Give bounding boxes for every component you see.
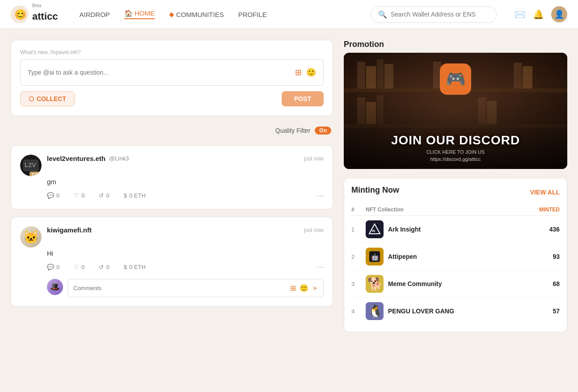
heart-icon-2: ♡	[74, 264, 79, 270]
nft-row-2[interactable]: 2 🤖 Attipepen 93	[351, 243, 560, 270]
commenter-avatar: 🎩	[47, 279, 63, 295]
view-all-button[interactable]: VIEW ALL	[530, 189, 560, 196]
home-icon: 🏠	[124, 9, 133, 17]
nft-minted-2: 93	[524, 253, 560, 260]
like-action-2[interactable]: ♡ 0	[74, 264, 84, 270]
nft-row-3[interactable]: 3 🐕 Meme Community 68	[351, 270, 560, 298]
nav-home[interactable]: 🏠 HOME	[124, 9, 155, 19]
comment-count-2: 0	[56, 264, 59, 270]
post-content-2: Hi	[47, 249, 324, 257]
nft-rank-3: 3	[351, 281, 366, 287]
promo-title-text: JOIN OUR DISCORD	[391, 133, 520, 148]
send-icon[interactable]: ➤	[312, 284, 318, 292]
quality-filter-bar: Quality Filter On	[11, 123, 333, 138]
comment-input[interactable]	[73, 285, 290, 291]
nft-rank-2: 2	[351, 253, 366, 260]
nft-thumb-atti: 🤖	[366, 248, 384, 266]
nft-name-4: PENGU LOVER GANG	[388, 308, 454, 315]
quality-filter-toggle[interactable]: On	[315, 126, 331, 135]
user-avatar[interactable]: 👤	[551, 6, 567, 22]
post-input-area[interactable]: ⊞ 🙂	[20, 59, 324, 86]
post-meta-2: kiwigamefi.nft just now	[47, 226, 324, 234]
repost-action-2[interactable]: ↺ 0	[99, 264, 109, 270]
nav-communities[interactable]: ◆ COMMUNITIES	[169, 10, 224, 18]
bell-icon[interactable]: 🔔	[533, 9, 544, 20]
author-name-2: kiwigamefi.nft	[47, 226, 92, 234]
promo-sub2: https://discord.gg/atticc	[391, 156, 520, 162]
user-avatar-image: 👤	[554, 9, 564, 19]
eth-action-1[interactable]: $ 0 ETH	[124, 192, 146, 199]
nft-rank-4: 4	[351, 308, 366, 315]
search-bar[interactable]: 🔍	[371, 6, 497, 23]
more-options-1[interactable]: ···	[317, 191, 324, 200]
comment-input-wrap[interactable]: ⊞ 🙂 ➤	[68, 279, 324, 297]
comment-area: 🎩 ⊞ 🙂 ➤	[47, 279, 324, 297]
repost-action-1[interactable]: ↺ 0	[99, 192, 109, 199]
promo-text: JOIN OUR DISCORD CLICK HERE TO JOIN US h…	[384, 126, 527, 169]
nft-table-header: # NFT Collection MINTED	[351, 204, 560, 216]
logo-icon: 😊	[11, 5, 29, 23]
feed-column: What's new, 0xpavel.eth? ⊞ 🙂 ⬡ COLLECT P…	[11, 40, 333, 332]
author-name-1: level2ventures.eth	[47, 155, 105, 162]
promo-sub1: CLICK HERE TO JOIN US	[391, 149, 520, 155]
col-minted: MINTED	[524, 207, 560, 213]
post-actions: ⬡ COLLECT POST	[20, 91, 324, 106]
col-hash: #	[351, 207, 366, 213]
nft-info-3: 🐕 Meme Community	[366, 275, 524, 293]
nft-info-4: 🐧 PENGU LOVER GANG	[366, 302, 524, 320]
comment-count-1: 0	[56, 192, 59, 199]
nft-row-1[interactable]: 1 IN Ark Insight 436	[351, 216, 560, 243]
post-actions-row-2: 💬 0 ♡ 0 ↺ 0 $ 0 ETH ···	[47, 262, 324, 272]
comment-action-1[interactable]: 💬 0	[47, 192, 59, 199]
post-time-2: just now	[304, 227, 324, 233]
main-layout: What's new, 0xpavel.eth? ⊞ 🙂 ⬡ COLLECT P…	[0, 29, 578, 343]
nav-airdrop[interactable]: AIRDROP	[79, 11, 110, 18]
app-name: atticc	[32, 12, 58, 21]
nft-minted-1: 436	[524, 226, 560, 233]
comment-action-2[interactable]: 💬 0	[47, 264, 59, 270]
nft-thumb-meme: 🐕	[366, 275, 384, 293]
repost-icon-2: ↺	[99, 264, 104, 270]
promotion-section: Promotion	[344, 40, 567, 169]
nft-name-1: Ark Insight	[388, 226, 421, 233]
emoji-icon[interactable]: 🙂	[306, 67, 316, 77]
search-icon: 🔍	[378, 10, 387, 19]
attach-icon[interactable]: ⊞	[295, 67, 302, 77]
comment-emoji-icon[interactable]: 🙂	[300, 284, 308, 292]
main-nav: AIRDROP 🏠 HOME ◆ COMMUNITIES PROFILE	[79, 9, 356, 19]
post-input[interactable]	[28, 69, 295, 76]
nft-minted-4: 57	[524, 308, 560, 315]
dollar-icon: $	[124, 192, 127, 199]
like-count-2: 0	[81, 264, 84, 270]
diamond-icon: ◆	[169, 10, 174, 18]
post-button[interactable]: POST	[282, 91, 324, 106]
eth-action-2[interactable]: $ 0 ETH	[124, 264, 146, 270]
repost-count-1: 0	[106, 192, 109, 199]
collect-icon: ⬡	[29, 95, 34, 102]
collect-button[interactable]: ⬡ COLLECT	[20, 91, 75, 106]
post-avatar-1: L2V 21b1	[20, 155, 42, 176]
quality-filter-label: Quality Filter	[275, 127, 311, 134]
comment-attach-icon[interactable]: ⊞	[290, 284, 296, 292]
nft-minted-3: 68	[524, 280, 560, 287]
more-options-2[interactable]: ···	[317, 262, 324, 272]
col-collection: NFT Collection	[366, 207, 524, 213]
like-action-1[interactable]: ♡ 0	[74, 192, 84, 199]
svg-text:🤖: 🤖	[371, 253, 379, 261]
discord-icon: 🎮	[446, 70, 466, 89]
logo-area[interactable]: 😊 Beta atticc	[11, 5, 58, 23]
eth-count-2: 0 ETH	[129, 264, 146, 270]
nav-profile[interactable]: PROFILE	[238, 11, 267, 18]
post-box: What's new, 0xpavel.eth? ⊞ 🙂 ⬡ COLLECT P…	[11, 40, 333, 116]
header-icons: ✉️ 🔔 👤	[515, 6, 567, 22]
nft-row-4[interactable]: 4 🐧 PENGU LOVER GANG 57	[351, 298, 560, 325]
search-input[interactable]	[391, 11, 489, 18]
post-avatar-2: 🐱	[20, 226, 42, 248]
nft-thumb-pengu: 🐧	[366, 302, 384, 320]
post-time-1: just now	[304, 156, 324, 162]
mail-icon[interactable]: ✉️	[515, 9, 526, 20]
sidebar-column: Promotion	[344, 40, 567, 332]
svg-text:🐧: 🐧	[367, 304, 383, 319]
promo-banner[interactable]: 🎮 JOIN OUR DISCORD CLICK HERE TO JOIN US…	[344, 53, 567, 169]
post-input-icons: ⊞ 🙂	[295, 67, 316, 77]
